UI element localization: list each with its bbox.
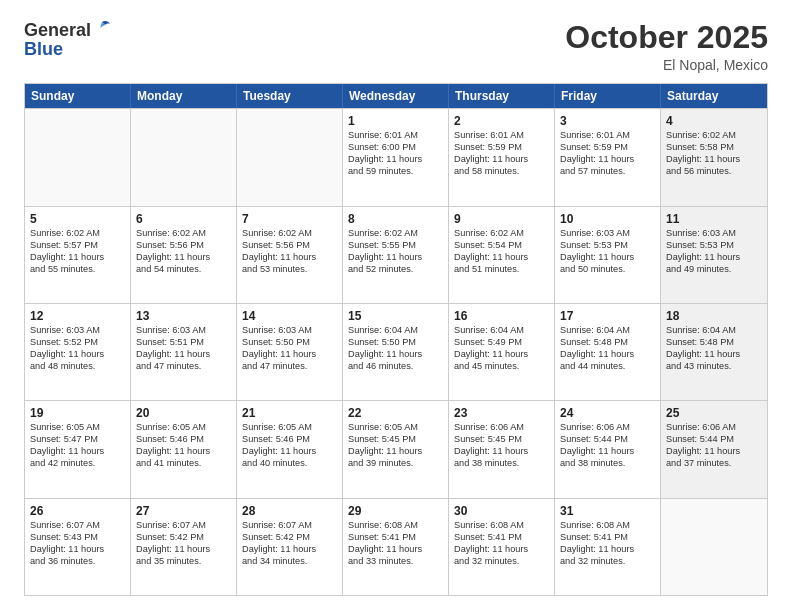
cell-info: Sunset: 5:59 PM — [454, 142, 549, 154]
cell-info: Daylight: 11 hours — [454, 252, 549, 264]
calendar-cell: 19Sunrise: 6:05 AMSunset: 5:47 PMDayligh… — [25, 401, 131, 497]
cell-info: Daylight: 11 hours — [348, 252, 443, 264]
cell-info: Daylight: 11 hours — [348, 544, 443, 556]
cell-info: Daylight: 11 hours — [666, 349, 762, 361]
day-number: 29 — [348, 503, 443, 519]
cell-info: Daylight: 11 hours — [454, 154, 549, 166]
cell-info: Daylight: 11 hours — [560, 349, 655, 361]
day-number: 12 — [30, 308, 125, 324]
cell-info: Sunset: 5:42 PM — [242, 532, 337, 544]
calendar-week: 12Sunrise: 6:03 AMSunset: 5:52 PMDayligh… — [25, 303, 767, 400]
day-number: 9 — [454, 211, 549, 227]
cell-info: Sunrise: 6:02 AM — [136, 228, 231, 240]
calendar-cell: 15Sunrise: 6:04 AMSunset: 5:50 PMDayligh… — [343, 304, 449, 400]
day-number: 2 — [454, 113, 549, 129]
title-block: October 2025 El Nopal, Mexico — [565, 20, 768, 73]
cell-info: Daylight: 11 hours — [454, 544, 549, 556]
cell-info: and 50 minutes. — [560, 264, 655, 276]
day-number: 3 — [560, 113, 655, 129]
calendar-header: SundayMondayTuesdayWednesdayThursdayFrid… — [25, 84, 767, 108]
cell-info: Sunset: 5:46 PM — [136, 434, 231, 446]
calendar-cell: 9Sunrise: 6:02 AMSunset: 5:54 PMDaylight… — [449, 207, 555, 303]
day-number: 8 — [348, 211, 443, 227]
cell-info: and 42 minutes. — [30, 458, 125, 470]
calendar-cell: 28Sunrise: 6:07 AMSunset: 5:42 PMDayligh… — [237, 499, 343, 595]
cell-info: and 58 minutes. — [454, 166, 549, 178]
calendar-cell: 29Sunrise: 6:08 AMSunset: 5:41 PMDayligh… — [343, 499, 449, 595]
cell-info: Daylight: 11 hours — [348, 154, 443, 166]
cell-info: and 59 minutes. — [348, 166, 443, 178]
cell-info: Sunset: 5:59 PM — [560, 142, 655, 154]
cell-info: Daylight: 11 hours — [666, 154, 762, 166]
cell-info: Daylight: 11 hours — [666, 446, 762, 458]
calendar-cell: 10Sunrise: 6:03 AMSunset: 5:53 PMDayligh… — [555, 207, 661, 303]
calendar-cell: 7Sunrise: 6:02 AMSunset: 5:56 PMDaylight… — [237, 207, 343, 303]
cell-info: Daylight: 11 hours — [560, 446, 655, 458]
cell-info: Daylight: 11 hours — [30, 349, 125, 361]
cell-info: Sunset: 5:53 PM — [560, 240, 655, 252]
calendar-body: 1Sunrise: 6:01 AMSunset: 6:00 PMDaylight… — [25, 108, 767, 595]
cell-info: Sunset: 5:48 PM — [560, 337, 655, 349]
calendar-week: 19Sunrise: 6:05 AMSunset: 5:47 PMDayligh… — [25, 400, 767, 497]
cell-info: Sunrise: 6:05 AM — [242, 422, 337, 434]
cell-info: and 33 minutes. — [348, 556, 443, 568]
day-number: 20 — [136, 405, 231, 421]
cell-info: and 38 minutes. — [454, 458, 549, 470]
cell-info: and 57 minutes. — [560, 166, 655, 178]
cell-info: and 41 minutes. — [136, 458, 231, 470]
cell-info: Sunrise: 6:05 AM — [30, 422, 125, 434]
day-number: 6 — [136, 211, 231, 227]
cell-info: Sunrise: 6:03 AM — [560, 228, 655, 240]
cell-info: Sunset: 5:41 PM — [348, 532, 443, 544]
cell-info: and 37 minutes. — [666, 458, 762, 470]
cell-info: Sunrise: 6:03 AM — [30, 325, 125, 337]
cell-info: Sunset: 5:45 PM — [454, 434, 549, 446]
calendar-cell: 1Sunrise: 6:01 AMSunset: 6:00 PMDaylight… — [343, 109, 449, 205]
calendar-cell: 30Sunrise: 6:08 AMSunset: 5:41 PMDayligh… — [449, 499, 555, 595]
cell-info: Sunset: 5:56 PM — [136, 240, 231, 252]
cell-info: and 34 minutes. — [242, 556, 337, 568]
calendar-cell: 31Sunrise: 6:08 AMSunset: 5:41 PMDayligh… — [555, 499, 661, 595]
day-number: 24 — [560, 405, 655, 421]
calendar-cell: 4Sunrise: 6:02 AMSunset: 5:58 PMDaylight… — [661, 109, 767, 205]
calendar-cell — [661, 499, 767, 595]
logo: General Blue — [24, 20, 111, 60]
cell-info: and 40 minutes. — [242, 458, 337, 470]
cell-info: Sunset: 5:49 PM — [454, 337, 549, 349]
cell-info: Daylight: 11 hours — [242, 349, 337, 361]
cell-info: Sunrise: 6:06 AM — [560, 422, 655, 434]
day-number: 22 — [348, 405, 443, 421]
cell-info: Sunrise: 6:08 AM — [454, 520, 549, 532]
day-number: 31 — [560, 503, 655, 519]
cell-info: Sunrise: 6:01 AM — [454, 130, 549, 142]
cell-info: Daylight: 11 hours — [242, 252, 337, 264]
cell-info: Sunset: 5:43 PM — [30, 532, 125, 544]
calendar-cell: 12Sunrise: 6:03 AMSunset: 5:52 PMDayligh… — [25, 304, 131, 400]
cell-info: Daylight: 11 hours — [560, 544, 655, 556]
cell-info: Daylight: 11 hours — [560, 252, 655, 264]
cell-info: and 46 minutes. — [348, 361, 443, 373]
day-number: 27 — [136, 503, 231, 519]
day-number: 16 — [454, 308, 549, 324]
cell-info: Sunrise: 6:04 AM — [348, 325, 443, 337]
calendar-cell — [237, 109, 343, 205]
cell-info: Sunset: 5:44 PM — [666, 434, 762, 446]
cell-info: Sunrise: 6:03 AM — [242, 325, 337, 337]
day-number: 19 — [30, 405, 125, 421]
day-number: 17 — [560, 308, 655, 324]
cell-info: and 35 minutes. — [136, 556, 231, 568]
calendar-cell: 16Sunrise: 6:04 AMSunset: 5:49 PMDayligh… — [449, 304, 555, 400]
weekday-header: Wednesday — [343, 84, 449, 108]
weekday-header: Thursday — [449, 84, 555, 108]
calendar-cell: 13Sunrise: 6:03 AMSunset: 5:51 PMDayligh… — [131, 304, 237, 400]
cell-info: Daylight: 11 hours — [136, 349, 231, 361]
day-number: 5 — [30, 211, 125, 227]
weekday-header: Tuesday — [237, 84, 343, 108]
logo-bird-icon — [93, 20, 111, 36]
cell-info: Daylight: 11 hours — [454, 349, 549, 361]
cell-info: and 39 minutes. — [348, 458, 443, 470]
weekday-header: Friday — [555, 84, 661, 108]
calendar-cell: 23Sunrise: 6:06 AMSunset: 5:45 PMDayligh… — [449, 401, 555, 497]
cell-info: and 48 minutes. — [30, 361, 125, 373]
cell-info: and 44 minutes. — [560, 361, 655, 373]
